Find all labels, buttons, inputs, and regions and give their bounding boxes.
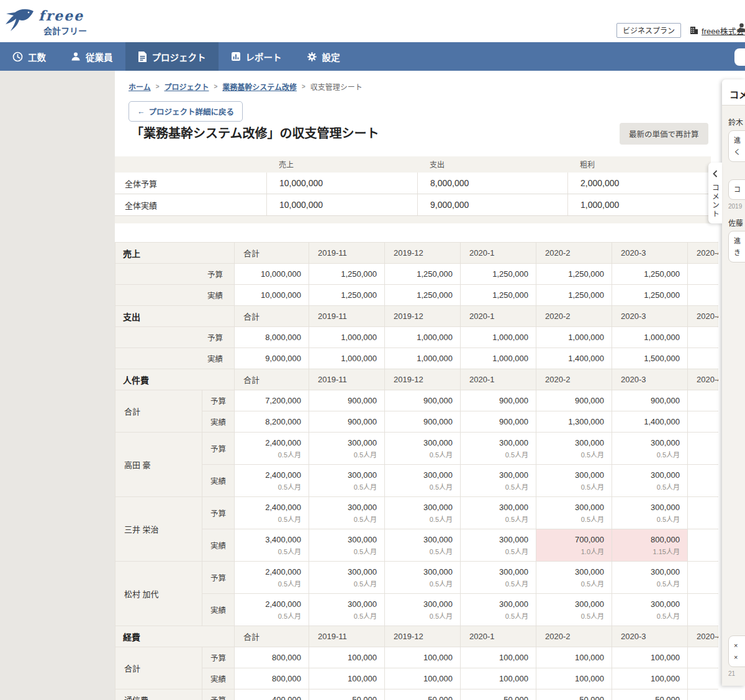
actual-profit-value: 1,000,000 bbox=[567, 194, 711, 215]
amount-value: 300,000 bbox=[309, 535, 377, 544]
amount-cell: 1,400,000 bbox=[612, 411, 688, 433]
person-month-value: 0.5人月 bbox=[612, 449, 680, 459]
amount-value: 300,000 bbox=[461, 503, 528, 512]
amount-cell: 2,400,0000.5人月 bbox=[235, 433, 309, 465]
main-content: ホーム > プロジェクト > 業務基幹システム改修 > 収支管理シート ← プロ… bbox=[115, 71, 745, 700]
amount-value: 1,500,000 bbox=[612, 354, 680, 363]
summary-actual-row: 全体実績 10,000,000 9,000,000 1,000,000 bbox=[115, 194, 711, 216]
row-type-label: 予算 bbox=[202, 562, 235, 594]
amount-value: 1,000,000 bbox=[461, 354, 528, 363]
amount-value: 900,000 bbox=[688, 396, 718, 405]
comments-collapse-tab[interactable]: コメント bbox=[708, 163, 722, 223]
amount-value: 100,000 bbox=[309, 653, 377, 662]
user-menu[interactable] bbox=[736, 22, 745, 35]
amount-cell: 1,000,000 bbox=[688, 327, 719, 348]
table-row: 実績9,000,0001,000,0001,000,0001,000,0001,… bbox=[115, 348, 719, 369]
amount-value: 300,000 bbox=[536, 470, 604, 480]
amount-value: 50,000 bbox=[461, 695, 528, 700]
amount-value: 1,400,000 bbox=[612, 417, 680, 426]
column-header: 2020-1 bbox=[461, 626, 536, 647]
left-gutter bbox=[0, 71, 115, 700]
amount-cell: 100,000 bbox=[309, 647, 385, 668]
person-month-value: 1.15人月 bbox=[612, 546, 680, 556]
amount-cell: 100,000 bbox=[536, 668, 612, 689]
amount-value: 300,000 bbox=[385, 503, 453, 512]
section-title: 売上 bbox=[115, 243, 235, 264]
amount-value: 2,400,000 bbox=[235, 470, 301, 480]
amount-cell: 300,0000.5人月 bbox=[536, 594, 612, 626]
amount-value: 100,000 bbox=[536, 653, 604, 662]
nav-item-reports[interactable]: レポート bbox=[219, 42, 294, 71]
amount-cell: 300,0000.5人月 bbox=[461, 594, 536, 626]
comments-panel-title: コメント bbox=[722, 79, 745, 105]
column-header: 合計 bbox=[235, 369, 309, 390]
amount-cell: 800,000 bbox=[235, 647, 309, 668]
amount-value: 1,250,000 bbox=[461, 269, 528, 279]
breadcrumb-projects-link[interactable]: プロジェクト bbox=[164, 81, 209, 92]
person-month-value: 0.5人月 bbox=[612, 514, 680, 524]
section-title: 支出 bbox=[115, 306, 235, 327]
amount-cell: 100,000 bbox=[612, 668, 688, 689]
amount-cell: 1,250,000 bbox=[309, 285, 385, 306]
table-row: 高田 豪予算2,400,0000.5人月300,0000.5人月300,0000… bbox=[115, 433, 719, 465]
nav-item-projects[interactable]: プロジェクト bbox=[125, 42, 219, 71]
freee-logo[interactable]: freee 会計フリー bbox=[5, 7, 87, 37]
person-month-value: 0.5人月 bbox=[536, 514, 604, 524]
row-type-label: 予算 bbox=[202, 647, 235, 668]
amount-cell: 1,250,000 bbox=[688, 285, 719, 306]
amount-cell: 1,000,000 bbox=[309, 348, 385, 369]
row-label: 全体予算 bbox=[115, 177, 266, 189]
recalculate-button[interactable]: 最新の単価で再計算 bbox=[620, 123, 708, 145]
breadcrumb: ホーム > プロジェクト > 業務基幹システム改修 > 収支管理シート bbox=[129, 81, 363, 92]
back-to-project-button[interactable]: ← プロジェクト詳細に戻る bbox=[129, 101, 243, 122]
amount-cell: 1,250,000 bbox=[612, 264, 688, 285]
amount-cell: 300,0000.5人月 bbox=[688, 529, 719, 562]
comment-text: コ bbox=[734, 184, 745, 195]
amount-cell: 1,500,000 bbox=[612, 348, 688, 369]
amount-cell: 8,000,000 bbox=[235, 327, 309, 348]
person-icon bbox=[71, 52, 81, 61]
amount-value: 900,000 bbox=[461, 417, 528, 426]
amount-value: 800,000 bbox=[612, 535, 680, 544]
breadcrumb-separator: > bbox=[302, 83, 305, 90]
comment-text: 進 bbox=[734, 135, 745, 146]
amount-value: 900,000 bbox=[385, 417, 453, 426]
nav-item-settings[interactable]: 設定 bbox=[294, 42, 353, 71]
amount-value: 8,200,000 bbox=[235, 417, 301, 426]
person-month-value: 0.5人月 bbox=[235, 514, 301, 524]
nav-item-kosu[interactable]: 工数 bbox=[0, 42, 58, 71]
breadcrumb-current: 収支管理シート bbox=[310, 81, 363, 92]
amount-value: 1,250,000 bbox=[612, 290, 680, 300]
row-group-label: 高田 豪 bbox=[115, 433, 202, 497]
amount-cell: 50,000 bbox=[688, 689, 719, 700]
amount-value: 300,000 bbox=[309, 438, 377, 447]
person-month-value: 0.5人月 bbox=[688, 482, 718, 491]
amount-value: 300,000 bbox=[385, 535, 453, 544]
amount-value: 1,250,000 bbox=[688, 269, 718, 279]
row-group-label: 松村 加代 bbox=[115, 562, 202, 626]
amount-cell: 50,000 bbox=[385, 689, 461, 700]
page-title: 「業務基幹システム改修」の収支管理シート bbox=[131, 123, 379, 141]
amount-value: 300,000 bbox=[461, 567, 528, 577]
amount-value: 100,000 bbox=[688, 674, 718, 683]
document-icon bbox=[138, 52, 147, 62]
amount-value: 2,400,000 bbox=[235, 503, 301, 512]
nav-label: プロジェクト bbox=[152, 50, 206, 63]
amount-cell: 1,250,000 bbox=[385, 285, 461, 306]
nav-item-employees[interactable]: 従業員 bbox=[58, 42, 125, 71]
breadcrumb-project-link[interactable]: 業務基幹システム改修 bbox=[222, 81, 297, 92]
nav-edge-button[interactable] bbox=[734, 48, 745, 66]
column-header: 2020-4 bbox=[688, 369, 719, 390]
amount-value: 7,200,000 bbox=[235, 396, 301, 405]
amount-value: 100,000 bbox=[688, 653, 718, 662]
clock-icon bbox=[12, 52, 23, 62]
summary-footer-strip bbox=[115, 216, 711, 223]
amount-cell: 300,0000.5人月 bbox=[309, 433, 385, 465]
summary-header-sales: 売上 bbox=[266, 159, 417, 173]
person-month-value: 0.5人月 bbox=[385, 546, 453, 556]
breadcrumb-home-link[interactable]: ホーム bbox=[129, 81, 151, 92]
amount-cell: 300,0000.5人月 bbox=[461, 562, 536, 594]
amount-value: 300,000 bbox=[536, 503, 604, 512]
table-row: 実績3,400,0000.5人月300,0000.5人月300,0000.5人月… bbox=[115, 529, 719, 562]
amount-cell: 900,000 bbox=[536, 390, 612, 411]
